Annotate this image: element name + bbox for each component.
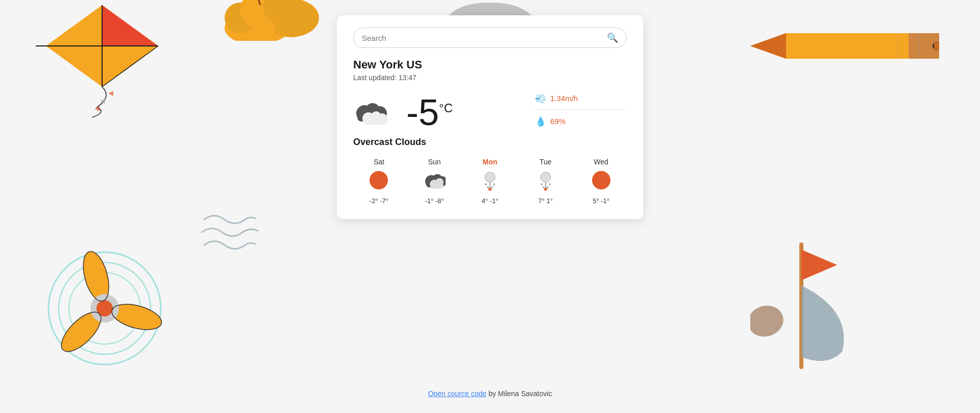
svg-point-57 xyxy=(488,188,492,190)
svg-line-26 xyxy=(258,0,260,5)
forecast-day: Sun -1° -8° xyxy=(409,158,460,205)
svg-rect-54 xyxy=(430,183,444,188)
svg-point-38 xyxy=(750,302,787,341)
svg-point-12 xyxy=(79,249,113,304)
current-weather-row: -5°C 💨 1.34m/h 💧 69% xyxy=(353,92,627,133)
svg-point-17 xyxy=(79,249,113,304)
kite-illustration xyxy=(31,0,174,117)
forecast-day-icon xyxy=(535,170,556,193)
humidity-stat: 💧 69% xyxy=(535,116,627,132)
svg-point-11 xyxy=(69,273,140,344)
svg-point-18 xyxy=(109,300,164,334)
svg-rect-46 xyxy=(363,117,388,125)
forecast-day: Mon 4° -1° xyxy=(464,158,516,205)
humidity-icon: 💧 xyxy=(535,116,546,127)
svg-point-13 xyxy=(109,300,164,334)
forecast-day: Wed5° -1° xyxy=(575,158,627,205)
forecast-day-icon xyxy=(480,170,500,193)
svg-point-19 xyxy=(55,306,107,358)
svg-point-55 xyxy=(485,172,495,182)
svg-marker-37 xyxy=(801,250,837,280)
forecast-day-name: Tue xyxy=(540,158,552,166)
svg-point-64 xyxy=(544,188,547,190)
footer-suffix: by Milena Savatovic xyxy=(488,390,552,398)
search-input[interactable] xyxy=(362,34,607,42)
wind-icon: 💨 xyxy=(535,93,546,104)
svg-point-24 xyxy=(240,0,276,28)
svg-point-62 xyxy=(541,172,551,182)
forecast-day-icon xyxy=(423,170,446,193)
svg-point-34 xyxy=(933,42,939,50)
svg-marker-0 xyxy=(46,5,158,87)
svg-marker-8 xyxy=(94,106,100,111)
svg-marker-1 xyxy=(102,5,158,46)
svg-rect-35 xyxy=(934,42,939,50)
svg-point-10 xyxy=(59,262,151,354)
svg-point-68 xyxy=(547,186,549,188)
svg-marker-7 xyxy=(100,99,105,104)
flag-illustration xyxy=(750,239,852,372)
svg-point-66 xyxy=(549,183,551,185)
svg-marker-29 xyxy=(750,33,939,59)
forecast-day-name: Sat xyxy=(374,158,384,166)
svg-marker-6 xyxy=(108,91,113,96)
svg-point-25 xyxy=(263,0,293,23)
wind-waves-illustration xyxy=(199,209,260,260)
condition-label: Overcast Clouds xyxy=(353,137,627,148)
svg-point-61 xyxy=(491,186,493,188)
forecast-temps: 4° -1° xyxy=(482,197,499,205)
svg-point-16 xyxy=(96,300,113,317)
svg-marker-31 xyxy=(750,33,786,59)
humidity-value: 69% xyxy=(550,117,566,126)
footer: Open cource code by Milena Savatovic xyxy=(428,390,552,398)
wind-stat: 💨 1.34m/h xyxy=(535,93,627,110)
weather-stats: 💨 1.34m/h 💧 69% xyxy=(535,93,627,132)
pencil-illustration xyxy=(745,13,939,79)
current-weather-icon xyxy=(353,92,394,133)
city-name: New York US xyxy=(353,58,627,71)
svg-point-69 xyxy=(592,171,610,189)
forecast-day: Tue 7° 1° xyxy=(520,158,571,205)
orange-cloud-illustration xyxy=(219,0,342,41)
svg-line-5 xyxy=(102,46,158,87)
source-code-link[interactable]: Open cource code xyxy=(428,390,486,398)
forecast-temps: 5° -1° xyxy=(593,197,609,205)
svg-point-20 xyxy=(227,3,293,41)
svg-marker-30 xyxy=(909,33,939,59)
svg-point-60 xyxy=(487,186,489,188)
forecast-day-name: Sun xyxy=(428,158,441,166)
forecast-temps: 7° 1° xyxy=(538,197,553,205)
svg-point-65 xyxy=(541,183,543,185)
search-icon[interactable]: 🔍 xyxy=(607,32,618,43)
svg-point-21 xyxy=(263,0,319,37)
forecast-day: Sat-2° -7° xyxy=(353,158,405,205)
forecast-temps: -2° -7° xyxy=(370,197,388,205)
svg-point-15 xyxy=(90,294,119,323)
svg-point-14 xyxy=(55,306,107,358)
svg-point-47 xyxy=(370,171,388,189)
wind-value: 1.34m/h xyxy=(550,94,578,103)
svg-point-59 xyxy=(493,183,495,185)
svg-point-23 xyxy=(225,3,255,33)
current-temperature: -5°C xyxy=(406,94,453,131)
forecast-day-icon xyxy=(369,170,389,193)
forecast-row: Sat-2° -7°Sun -1° -8°Mon 4° -1°Tue 7° 1°… xyxy=(353,158,627,205)
weather-card: 🔍 New York US Last updated: 13:47 xyxy=(337,15,643,219)
forecast-temps: -1° -8° xyxy=(425,197,444,205)
svg-point-22 xyxy=(225,13,276,41)
svg-point-9 xyxy=(48,252,161,365)
forecast-day-name: Mon xyxy=(483,158,498,166)
forecast-day-name: Wed xyxy=(594,158,608,166)
svg-point-67 xyxy=(543,186,545,188)
search-bar[interactable]: 🔍 xyxy=(353,28,627,48)
forecast-day-icon xyxy=(591,170,611,193)
svg-point-58 xyxy=(485,183,487,185)
last-updated: Last updated: 13:47 xyxy=(353,74,627,82)
propeller-illustration xyxy=(41,245,168,372)
